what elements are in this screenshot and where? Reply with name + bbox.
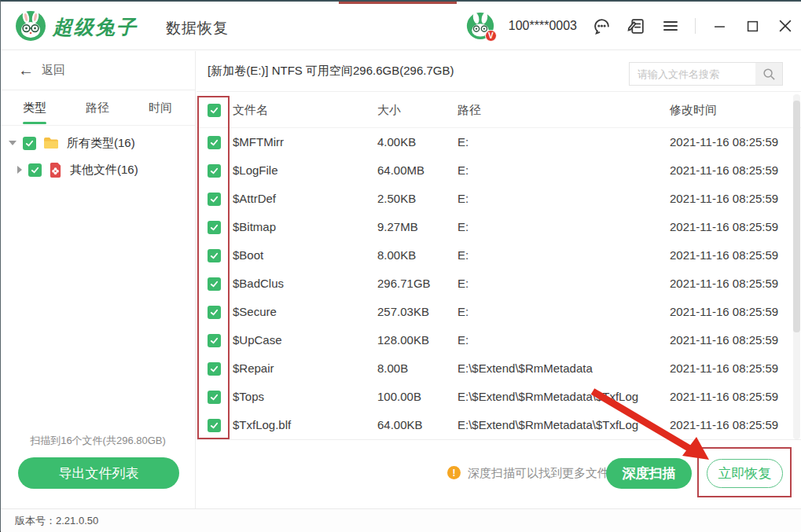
row-checkbox[interactable] (208, 362, 221, 376)
back-label: 返回 (42, 63, 65, 78)
tree-item-other-files[interactable]: 其他文件(16) (1, 156, 195, 183)
feedback-icon[interactable] (626, 16, 646, 36)
file-size: 64.00KB (377, 418, 423, 431)
vertical-scrollbar[interactable] (793, 94, 800, 439)
table-row[interactable]: $Tops 100.00B E:\$Extend\$RmMetadata\$Tx… (197, 383, 801, 411)
tree-item-label: 其他文件(16) (70, 163, 138, 178)
table-row[interactable]: $LogFile 64.00MB E: 2021-11-16 08:25:59 (197, 156, 801, 185)
back-button[interactable]: ← 返回 (1, 51, 195, 90)
tab-path[interactable]: 路径 (86, 91, 109, 126)
minimize-button[interactable] (710, 17, 729, 35)
file-modified: 2021-11-16 08:25:59 (670, 163, 778, 177)
column-header-name: 文件名 (233, 103, 268, 118)
file-path: E: (457, 305, 468, 318)
file-size: 9.27MB (377, 220, 418, 233)
sidebar-tabs: 类型 路径 时间 (1, 91, 195, 126)
scrollbar-thumb[interactable] (793, 101, 800, 332)
file-path: E: (457, 192, 468, 205)
table-row[interactable]: $UpCase 128.00KB E: 2021-11-16 08:25:59 (197, 326, 801, 354)
file-size: 64.00MB (377, 163, 424, 177)
table-row[interactable]: $Secure 257.03KB E: 2021-11-16 08:25:59 (197, 298, 801, 326)
file-name: $BadClus (233, 277, 284, 290)
app-logo-rabbit-icon (15, 10, 46, 42)
search-input[interactable] (630, 63, 755, 85)
file-name: $Repair (233, 361, 274, 375)
table-row[interactable]: $MFTMirr 4.00KB E: 2021-11-16 08:25:59 (197, 128, 801, 156)
active-tab-underline (23, 122, 46, 124)
footer-bar: 版本号：2.21.0.50 (1, 508, 801, 532)
customer-service-icon[interactable] (591, 16, 612, 36)
caret-right-icon[interactable] (17, 166, 22, 174)
tab-time[interactable]: 时间 (149, 91, 172, 126)
tree-checkbox[interactable] (23, 137, 36, 150)
deep-scan-button[interactable]: 深度扫描 (606, 458, 692, 489)
user-avatar[interactable]: V (466, 12, 494, 40)
menu-icon[interactable] (660, 16, 681, 36)
table-row[interactable]: $TxfLog.blf 64.00KB E:\$Extend\$RmMetada… (197, 411, 801, 439)
row-checkbox[interactable] (208, 164, 221, 178)
file-path: E: (457, 163, 468, 177)
file-name: $MFTMirr (233, 135, 284, 149)
file-name: $Tops (233, 390, 264, 403)
table-row[interactable]: $Repair 8.00B E:\$Extend\$RmMetadata 202… (197, 354, 801, 383)
tree-checkbox[interactable] (28, 163, 42, 177)
file-size: 8.00B (377, 361, 408, 375)
row-checkbox[interactable] (208, 277, 221, 291)
export-file-list-button[interactable]: 导出文件列表 (18, 457, 179, 489)
file-size: 257.03KB (377, 305, 429, 318)
maximize-button[interactable] (743, 17, 762, 35)
row-checkbox[interactable] (208, 221, 221, 234)
file-modified: 2021-11-16 08:25:59 (670, 220, 778, 233)
select-all-checkbox[interactable] (208, 104, 221, 117)
recover-now-button[interactable]: 立即恢复 (707, 459, 783, 488)
folder-icon (43, 137, 59, 149)
row-checkbox[interactable] (208, 249, 221, 262)
caret-down-icon[interactable] (9, 141, 17, 145)
file-size: 4.00KB (377, 135, 416, 149)
main-panel: [新加卷(E:)] NTFS 可用空间296.6GB(296.7GB) 文件名 … (197, 51, 801, 508)
table-row[interactable]: $AttrDef 2.50KB E: 2021-11-16 08:25:59 (197, 185, 801, 213)
titlebar-separator (695, 18, 696, 34)
file-size: 8.00KB (377, 248, 416, 262)
volume-info-bar: [新加卷(E:)] NTFS 可用空间296.6GB(296.7GB) (197, 51, 801, 92)
search-button[interactable] (755, 63, 782, 85)
row-checkbox[interactable] (208, 419, 221, 432)
file-modified: 2021-11-16 08:25:59 (670, 333, 778, 347)
file-path: E:\$Extend\$RmMetadata\$TxfLog (457, 390, 638, 403)
file-size: 128.00KB (377, 333, 429, 347)
row-checkbox[interactable] (208, 334, 221, 347)
file-modified: 2021-11-16 08:25:59 (670, 418, 778, 431)
file-modified: 2021-11-16 08:25:59 (670, 192, 778, 205)
file-path: E: (457, 220, 468, 233)
scan-summary: 扫描到16个文件(共296.80GB) (1, 434, 195, 448)
file-name: $TxfLog.blf (233, 418, 291, 431)
file-path: E: (457, 277, 468, 290)
tab-type[interactable]: 类型 (23, 91, 46, 126)
column-header-path: 路径 (457, 103, 481, 118)
column-header-size: 大小 (377, 103, 401, 118)
deep-scan-hint: 深度扫描可以找到更多文件 (468, 466, 609, 481)
close-button[interactable] (776, 17, 795, 35)
file-modified: 2021-11-16 08:25:59 (670, 135, 778, 149)
file-name: $AttrDef (233, 192, 276, 205)
file-name: $LogFile (233, 163, 278, 177)
version-label: 版本号：2.21.0.50 (15, 514, 98, 528)
action-bar: ! 深度扫描可以找到更多文件 深度扫描 立即恢复 (197, 439, 801, 508)
row-checkbox[interactable] (208, 306, 221, 319)
file-table: $MFTMirr 4.00KB E: 2021-11-16 08:25:59 $… (197, 128, 801, 439)
table-row[interactable]: $BadClus 296.71GB E: 2021-11-16 08:25:59 (197, 270, 801, 298)
app-title-suffix: 数据恢复 (166, 18, 229, 39)
volume-info: [新加卷(E:)] NTFS 可用空间296.6GB(296.7GB) (208, 64, 454, 79)
table-row[interactable]: $Bitmap 9.27MB E: 2021-11-16 08:25:59 (197, 213, 801, 241)
row-checkbox[interactable] (208, 193, 221, 206)
other-file-icon (49, 163, 62, 178)
file-size: 2.50KB (377, 192, 416, 205)
sidebar: ← 返回 类型 路径 时间 所有类型(16) (1, 51, 196, 508)
row-checkbox[interactable] (208, 136, 221, 149)
titlebar: 超级兔子 数据恢复 V 100****0003 (1, 2, 801, 50)
tree-item-all-types[interactable]: 所有类型(16) (1, 130, 195, 156)
file-name: $Secure (233, 305, 277, 318)
table-row[interactable]: $Boot 8.00KB E: 2021-11-16 08:25:59 (197, 241, 801, 270)
back-arrow-icon: ← (18, 61, 34, 79)
row-checkbox[interactable] (208, 391, 221, 404)
